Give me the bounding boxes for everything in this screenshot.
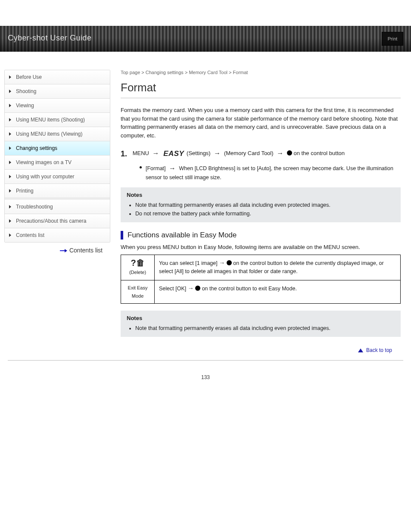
arrow-right-icon: → xyxy=(167,165,177,172)
arrow-right-icon: → xyxy=(151,149,161,157)
cell-text: on the control button to exit Easy Mode. xyxy=(202,286,297,292)
nav-computer[interactable]: Using with your computer xyxy=(5,170,110,184)
nav-label: Using with your computer xyxy=(16,174,74,180)
control-center-icon xyxy=(227,260,232,265)
chevron-right-icon xyxy=(9,75,11,79)
arrow-right-icon: → xyxy=(219,259,225,266)
arrow-right-icon xyxy=(60,247,68,254)
nav-label: Contents list xyxy=(16,232,44,238)
guide-title: Cyber-shot User Guide xyxy=(8,34,92,43)
nav-label: Viewing images on a TV xyxy=(16,159,72,165)
nav-label: Using MENU items (Viewing) xyxy=(16,131,82,137)
nav-label: Viewing xyxy=(16,103,34,109)
step-text: MENU xyxy=(133,150,151,156)
chevron-right-icon xyxy=(9,175,11,178)
contents-link-row: Contents list xyxy=(4,243,110,254)
nav-viewing[interactable]: Viewing xyxy=(5,99,110,113)
back-to-top-link[interactable]: Back to top xyxy=(366,347,392,353)
nav-menu-shooting[interactable]: Using MENU items (Shooting) xyxy=(5,113,110,127)
nav-label: Precautions/About this camera xyxy=(16,218,86,224)
notes-list: Note that formatting permanently erases … xyxy=(127,324,395,333)
lead-paragraph: Formats the memory card. When you use a … xyxy=(121,106,401,140)
notes-heading: Notes xyxy=(127,192,395,198)
nav-before-use[interactable]: Before Use xyxy=(5,70,110,84)
step-1: 1. MENU → EASY (Settings) → (Memory Card… xyxy=(121,147,401,161)
print-button[interactable]: Print xyxy=(382,32,403,46)
cell-icon: ?🗑 (Delete) xyxy=(121,255,155,280)
note-item: Note that formatting permanently erases … xyxy=(135,201,395,209)
step-number: 1. xyxy=(121,147,131,161)
triangle-up-icon xyxy=(358,348,363,352)
cell-label: (Delete) xyxy=(129,270,146,275)
nav-contents-list[interactable]: Contents list xyxy=(5,228,110,242)
nav-menu-viewing[interactable]: Using MENU items (Viewing) xyxy=(5,127,110,141)
chevron-right-icon xyxy=(9,233,11,237)
chevron-right-icon xyxy=(9,189,11,193)
page-number: 133 xyxy=(0,361,411,383)
chevron-right-icon xyxy=(9,146,11,150)
easy-mode-icon: EASY xyxy=(162,148,185,160)
step-text: [Format] xyxy=(146,165,167,171)
top-bar: Cyber-shot User Guide Print xyxy=(0,26,411,52)
sidebar-column: Before Use Shooting Viewing Using MENU i… xyxy=(4,70,110,254)
chevron-right-icon xyxy=(9,132,11,136)
nav-label: Printing xyxy=(16,188,34,194)
note-item: Do not remove the battery pack while for… xyxy=(135,209,395,218)
step-text: (Settings) xyxy=(187,150,212,156)
nav-printing[interactable]: Printing xyxy=(5,184,110,198)
chevron-right-icon xyxy=(9,205,11,208)
notes-heading: Notes xyxy=(127,315,395,321)
nav-label: Shooting xyxy=(16,88,36,94)
control-center-icon xyxy=(195,286,200,291)
contents-list-link[interactable]: Contents list xyxy=(69,247,103,254)
breadcrumb: Top page > Changing settings > Memory Ca… xyxy=(121,70,401,75)
chevron-right-icon xyxy=(9,118,11,121)
nav-label: Using MENU items (Shooting) xyxy=(16,117,85,123)
nav-troubleshooting[interactable]: Troubleshooting xyxy=(5,198,110,214)
cell-text: Select [OK] xyxy=(159,286,188,292)
arrow-right-icon: → xyxy=(212,149,222,157)
chevron-right-icon xyxy=(9,219,11,223)
section-heading: Functions available in Easy Mode xyxy=(121,231,401,240)
notes-box-2: Notes Note that formatting permanently e… xyxy=(121,311,401,337)
chevron-right-icon xyxy=(9,90,11,93)
step-text: (Memory Card Tool) xyxy=(224,150,275,156)
nav-label: Changing settings xyxy=(16,145,57,151)
nav-label: Troubleshooting xyxy=(16,204,53,210)
note-item: Note that formatting permanently erases … xyxy=(135,324,395,333)
arrow-right-icon: → xyxy=(275,149,285,157)
cell-icon: Exit Easy Mode xyxy=(121,280,155,304)
notes-box: Notes Note that formatting permanently e… xyxy=(121,187,401,222)
title-rule xyxy=(121,98,401,98)
content-container: Before Use Shooting Viewing Using MENU i… xyxy=(0,52,411,358)
page-title: Format xyxy=(121,81,401,94)
main-content: Top page > Changing settings > Memory Ca… xyxy=(121,70,403,353)
control-center-icon xyxy=(287,150,292,156)
modes-table: ?🗑 (Delete) You can select [1 image] → o… xyxy=(121,255,401,304)
cell-desc: Select [OK] → on the control button to e… xyxy=(155,280,401,304)
sidebar-nav: Before Use Shooting Viewing Using MENU i… xyxy=(4,70,110,243)
step-body: MENU → EASY (Settings) → (Memory Card To… xyxy=(133,147,400,160)
sub-bullet-item: [Format] → When [LCD Brightness] is set … xyxy=(140,163,401,182)
nav-label: Before Use xyxy=(16,74,42,80)
notes-list: Note that formatting permanently erases … xyxy=(127,201,395,218)
cell-label: Exit Easy Mode xyxy=(128,285,148,299)
table-row: Exit Easy Mode Select [OK] → on the cont… xyxy=(121,280,401,304)
step-text: When [LCD Brightness] is set to [Auto], … xyxy=(146,165,393,180)
chevron-right-icon xyxy=(9,104,11,107)
step-sub-bullets: [Format] → When [LCD Brightness] is set … xyxy=(121,163,401,182)
nav-changing-settings[interactable]: Changing settings xyxy=(5,141,110,156)
cell-desc: You can select [1 image] → on the contro… xyxy=(155,255,401,280)
nav-shooting[interactable]: Shooting xyxy=(5,84,110,99)
back-to-top: Back to top xyxy=(121,345,401,353)
nav-precautions[interactable]: Precautions/About this camera xyxy=(5,214,110,228)
section-paragraph: When you press MENU button in Easy Mode,… xyxy=(121,244,401,250)
arrow-right-icon: → xyxy=(188,285,194,292)
chevron-right-icon xyxy=(9,161,11,164)
table-row: ?🗑 (Delete) You can select [1 image] → o… xyxy=(121,255,401,280)
step-text: on the control button xyxy=(293,150,345,156)
delete-icon: ?🗑 xyxy=(131,258,144,268)
cell-text: You can select [1 image] xyxy=(159,260,219,266)
nav-tv[interactable]: Viewing images on a TV xyxy=(5,156,110,170)
